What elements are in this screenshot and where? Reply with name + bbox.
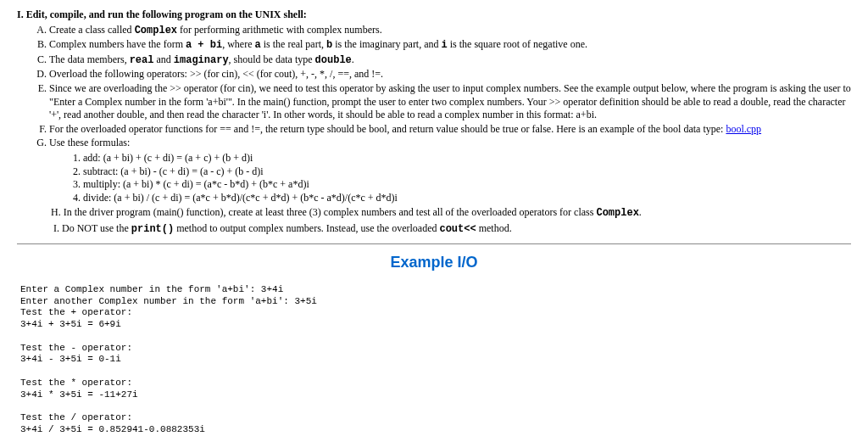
text: is the real part, (261, 38, 326, 50)
item-b: Complex numbers have the form a + bi, wh… (49, 38, 851, 53)
code-token: Complex (596, 207, 638, 219)
section-heading: I. Edit, compile, and run the following … (17, 8, 851, 22)
item-h: H. In the driver program (main() functio… (51, 206, 851, 221)
text: , should be data type (229, 53, 315, 65)
text: and (153, 53, 173, 65)
text: method to output complex numbers. Instea… (174, 222, 439, 234)
divider (17, 243, 851, 244)
item-c: The data members, real and imaginary, sh… (49, 53, 851, 68)
text: For the overloaded operator functions fo… (49, 123, 726, 135)
item-f: For the overloaded operator functions fo… (49, 123, 851, 137)
bool-link[interactable]: bool.cpp (726, 123, 761, 135)
text: Use these formulas: (49, 137, 130, 148)
text: divide: (a + bi) / (c + di) = (a*c + b*d… (83, 192, 398, 204)
item-d: Overload the following operators: >> (fo… (49, 68, 851, 81)
text: . (352, 53, 354, 65)
section-title: Edit, compile, and run the following pro… (26, 8, 307, 20)
text: for performing arithmetic with complex n… (177, 24, 382, 36)
code-token: cout<< (439, 223, 476, 235)
text: is the square root of negative one. (448, 38, 587, 50)
formula-subtract: subtract: (a + bi) - (c + di) = (a - c) … (83, 165, 851, 179)
formula-multiply: multiply: (a + bi) * (c + di) = (a*c - b… (83, 178, 851, 192)
formula-add: add: (a + bi) + (c + di) = (a + c) + (b … (83, 152, 851, 165)
code-token: i (442, 39, 448, 51)
text: subtract: (a + bi) - (c + di) = (a - c) … (83, 165, 264, 177)
formula-divide: divide: (a + bi) / (c + di) = (a*c + b*d… (83, 192, 851, 205)
code-token: a (255, 39, 261, 51)
text: add: (a + bi) + (c + di) = (a + c) + (b … (83, 152, 253, 164)
item-i: I. Do NOT use the print() method to outp… (51, 222, 851, 237)
item-a: Create a class called Complex for perfor… (49, 24, 851, 38)
code-token: double (315, 54, 352, 66)
code-token: print() (131, 223, 174, 235)
item-e: Since we are overloading the >> operator… (49, 82, 851, 122)
text: Do NOT use the (62, 222, 131, 234)
text: is the imaginary part, and (332, 38, 441, 50)
instruction-list: Create a class called Complex for perfor… (34, 24, 851, 150)
code-token: Complex (135, 25, 177, 36)
example-io-heading: Example I/O (17, 253, 851, 272)
text: Since we are overloading the >> operator… (49, 82, 851, 120)
code-token: a + bi (186, 39, 222, 51)
text: Create a class called (49, 24, 135, 36)
text: , where (222, 38, 254, 50)
assignment-document: I. Edit, compile, and run the following … (17, 8, 851, 442)
item-g: Use these formulas: (49, 137, 851, 150)
example-io-block: Enter a Complex number in the form 'a+bi… (20, 284, 851, 442)
text: . (639, 206, 642, 218)
text: multiply: (a + bi) * (c + di) = (a*c - b… (83, 178, 309, 190)
code-token: imaginary (174, 54, 229, 66)
text: Complex numbers have the form (49, 38, 186, 50)
text: method. (476, 222, 512, 234)
text: The data members, (49, 53, 130, 65)
formula-list: add: (a + bi) + (c + di) = (a + c) + (b … (68, 152, 851, 204)
section-number: I. (17, 8, 24, 20)
text: Overload the following operators: >> (fo… (49, 68, 383, 80)
code-token: real (130, 54, 154, 66)
text: In the driver program (main() function),… (64, 206, 597, 218)
